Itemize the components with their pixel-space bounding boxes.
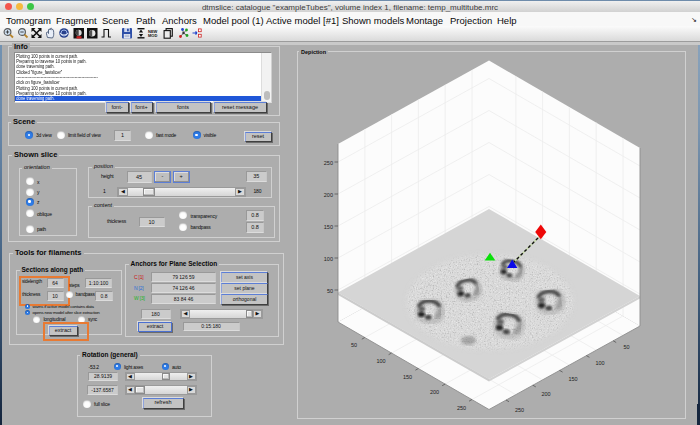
- svg-text:250: 250: [515, 407, 524, 413]
- svg-text:200: 200: [541, 391, 550, 397]
- svg-text:200: 200: [324, 192, 333, 198]
- svg-text:250: 250: [457, 405, 466, 411]
- svg-text:100: 100: [376, 358, 385, 364]
- svg-text:50: 50: [623, 344, 629, 350]
- svg-text:250: 250: [324, 160, 333, 166]
- svg-text:150: 150: [324, 224, 333, 230]
- svg-text:100: 100: [324, 256, 333, 262]
- svg-text:150: 150: [403, 374, 412, 380]
- svg-text:150: 150: [568, 376, 577, 382]
- svg-text:200: 200: [430, 389, 439, 395]
- svg-text:50: 50: [327, 288, 333, 294]
- svg-text:100: 100: [595, 360, 604, 366]
- svg-text:MOD: MOD: [148, 33, 157, 38]
- svg-text:50: 50: [351, 342, 357, 348]
